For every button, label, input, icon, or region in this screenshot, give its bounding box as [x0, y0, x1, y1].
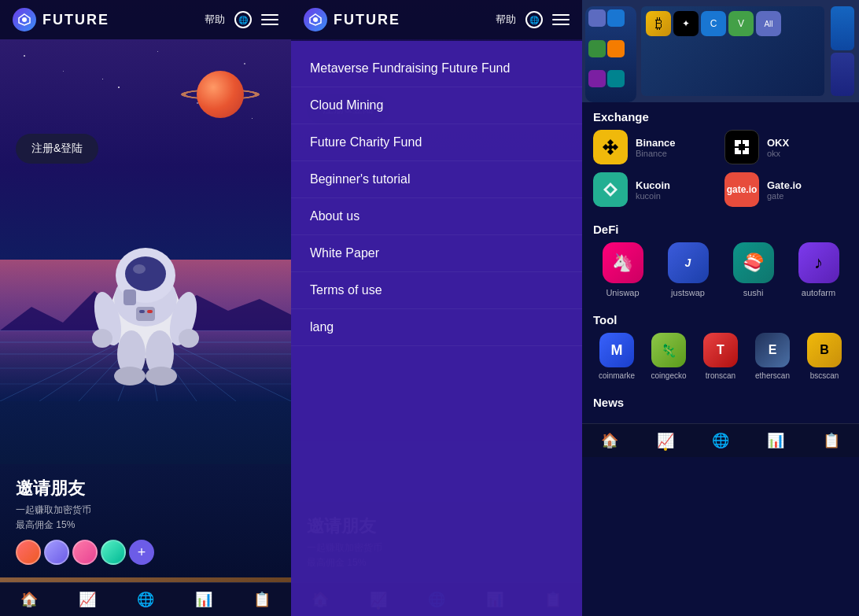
coingecko-icon: 🦎 [651, 333, 686, 367]
left-logo: FUTURE [13, 8, 109, 31]
avatar-4 [101, 540, 126, 565]
tool-title: Tool [582, 305, 859, 333]
right-nav-dot [664, 448, 667, 451]
astronaut [83, 205, 208, 393]
exchange-grid: Binance Binance OKX okx [582, 130, 859, 215]
menu-item-lang[interactable]: lang [291, 309, 582, 346]
tool-bscscan[interactable]: B bscscan [801, 333, 848, 380]
right-nav-globe[interactable]: 🌐 [712, 432, 729, 449]
svg-rect-45 [739, 144, 745, 150]
middle-menu-bar-2 [552, 19, 570, 20]
tool-etherscan[interactable]: E etherscan [749, 333, 796, 380]
gate-name: Gate.io [767, 179, 802, 191]
menu-item-about[interactable]: About us [291, 198, 582, 235]
exchange-kucoin[interactable]: Kucoin kucoin [593, 172, 717, 207]
middle-globe-icon[interactable]: 🌐 [525, 11, 543, 28]
nav-list[interactable]: 📋 [253, 591, 271, 608]
nav-chart[interactable]: 📈 [79, 591, 96, 608]
right-bar-icon: 📊 [767, 432, 784, 449]
okx-info: OKX okx [767, 137, 789, 158]
coinmarket-label: coinmarke [599, 371, 635, 380]
svg-rect-32 [139, 310, 145, 313]
middle-menu-bar-1 [552, 14, 570, 16]
etherscan-label: etherscan [755, 371, 790, 380]
left-help-text[interactable]: 帮助 [205, 13, 225, 27]
sushi-icon: 🍣 [733, 242, 774, 283]
middle-menu-bar-3 [552, 24, 570, 25]
defi-justswap[interactable]: J justswap [658, 242, 717, 297]
svg-point-29 [146, 367, 177, 385]
menu-item-terms[interactable]: Terms of use [291, 272, 582, 309]
svg-point-35 [313, 17, 318, 22]
menu-item-metaverse[interactable]: Metaverse Fundraising Future Fund [291, 50, 582, 87]
dropdown-menu: Metaverse Fundraising Future Fund Cloud … [291, 41, 582, 356]
middle-help-text[interactable]: 帮助 [496, 13, 516, 27]
svg-point-24 [92, 329, 112, 348]
left-register-btn[interactable]: 注册&登陆 [16, 134, 98, 164]
svg-rect-33 [147, 310, 153, 313]
svg-point-28 [114, 367, 146, 385]
svg-marker-40 [607, 144, 614, 150]
globe-nav-icon: 🌐 [137, 591, 154, 608]
exchange-gate[interactable]: gate.io Gate.io gate [724, 172, 848, 207]
defi-uniswap[interactable]: 🦄 Uniswap [593, 242, 652, 297]
menu-item-charity-fund[interactable]: Future Charity Fund [291, 124, 582, 161]
kucoin-logo [593, 172, 628, 207]
nav-home[interactable]: 🏠 [20, 591, 38, 608]
right-nav-home[interactable]: 🏠 [601, 432, 618, 449]
left-invite-title: 邀请朋友 [16, 477, 275, 500]
tool-tronscan[interactable]: T tronscan [697, 333, 744, 380]
add-friend-btn[interactable]: + [129, 540, 154, 565]
defi-autofarm[interactable]: ♪ autofarm [789, 242, 848, 297]
bscscan-label: bscscan [810, 371, 839, 380]
home-icon: 🏠 [20, 591, 38, 608]
right-nav-chart[interactable]: 📈 [657, 432, 674, 449]
svg-point-25 [179, 329, 199, 348]
right-nav-list[interactable]: 📋 [823, 432, 840, 449]
left-hero: 注册&登陆 [0, 39, 291, 464]
tronscan-icon: T [703, 333, 738, 367]
left-panel: FUTURE 帮助 🌐 [0, 0, 291, 616]
svg-point-21 [133, 264, 146, 274]
menu-item-whitepaper[interactable]: White Paper [291, 235, 582, 272]
right-chart-icon: 📈 [657, 432, 674, 449]
left-header: FUTURE 帮助 🌐 [0, 0, 291, 39]
exchange-binance[interactable]: Binance Binance [593, 130, 717, 164]
nav-globe[interactable]: 🌐 [137, 591, 154, 608]
right-nav-bar[interactable]: 📊 [767, 432, 784, 449]
justswap-label: justswap [671, 288, 705, 297]
middle-logo-icon [304, 8, 327, 31]
kucoin-sub: kucoin [636, 191, 670, 201]
right-bottom-nav: 🏠 📈 🌐 📊 📋 [582, 423, 859, 457]
left-logo-icon [13, 8, 36, 31]
middle-menu-icon[interactable] [552, 14, 570, 25]
planet-decoration [189, 63, 252, 126]
defi-section: DeFi 🦄 Uniswap J justswap 🍣 sushi ♪ auto… [582, 215, 859, 305]
left-bottom: 邀请朋友 一起赚取加密货币 最高佣金 15% + [0, 464, 291, 577]
main-screenshot: ₿ ✦ C V All [641, 6, 824, 96]
avatar-3 [72, 540, 98, 565]
nav-bar[interactable]: 📊 [195, 591, 212, 608]
binance-info: Binance Binance [636, 137, 676, 158]
defi-title: DeFi [582, 215, 859, 242]
left-globe-icon[interactable]: 🌐 [234, 11, 252, 28]
phone-screenshot [585, 6, 636, 102]
exchange-okx[interactable]: OKX okx [724, 130, 848, 164]
menu-bar-3 [261, 24, 278, 25]
menu-bar-1 [261, 14, 278, 16]
right-home-icon: 🏠 [601, 432, 618, 449]
exchange-section: Exchange Binance Binance [582, 102, 859, 215]
menu-item-tutorial[interactable]: Beginner's tutorial [291, 161, 582, 198]
menu-item-cloud-mining[interactable]: Cloud Mining [291, 87, 582, 124]
okx-name: OKX [767, 137, 789, 149]
svg-rect-31 [136, 307, 155, 321]
defi-sushi[interactable]: 🍣 sushi [724, 242, 783, 297]
middle-panel: FUTURE 帮助 🌐 注册&登陆 Metaverse Fundraising … [291, 0, 582, 616]
left-menu-icon[interactable] [261, 14, 278, 25]
tool-coinmarket[interactable]: M coinmarke [593, 333, 640, 380]
gate-logo: gate.io [724, 172, 759, 207]
tool-coingecko[interactable]: 🦎 coingecko [645, 333, 692, 380]
svg-point-1 [22, 17, 27, 22]
right-list-icon: 📋 [823, 432, 840, 449]
okx-sub: okx [767, 149, 789, 158]
